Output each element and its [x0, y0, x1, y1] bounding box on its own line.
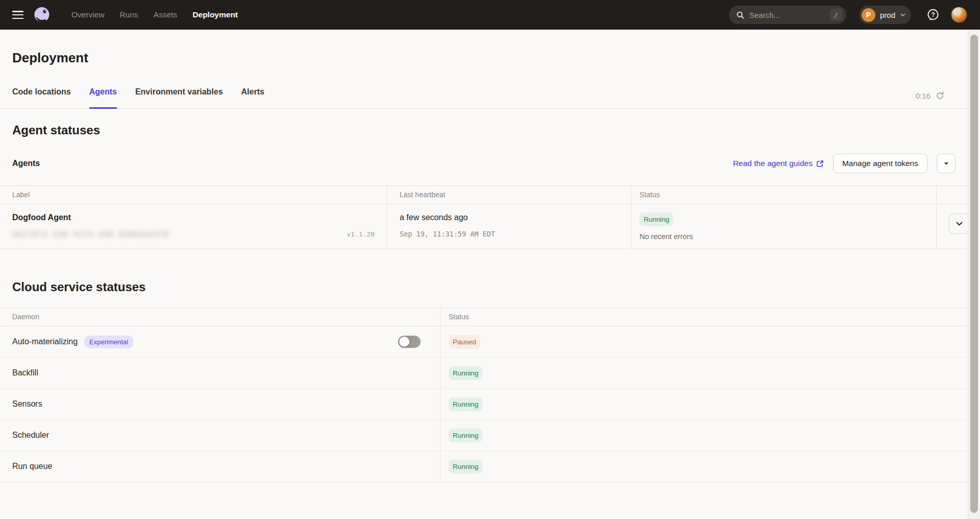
service-row-scheduler: Scheduler Running: [0, 420, 968, 451]
manage-agent-tokens-button[interactable]: Manage agent tokens: [833, 154, 927, 173]
daemon-cell: Auto-materializing Experimental: [0, 326, 440, 357]
col-last-heartbeat: Last heartbeat: [387, 186, 631, 204]
tab-code-locations[interactable]: Code locations: [12, 87, 71, 108]
refresh-status: 0:16: [916, 91, 944, 100]
status-badge-running: Running: [449, 366, 482, 380]
search-shortcut-key: /: [830, 9, 842, 21]
refresh-icon[interactable]: [936, 91, 944, 100]
tab-alerts[interactable]: Alerts: [241, 87, 264, 108]
service-row-backfill: Backfill Running: [0, 358, 968, 389]
chevron-down-icon: [900, 12, 906, 18]
daemon-name: Scheduler: [12, 431, 49, 440]
deployment-badge: P: [862, 8, 875, 22]
agent-name: Dogfood Agent: [12, 213, 375, 223]
nav-assets[interactable]: Assets: [154, 10, 178, 19]
deployment-switcher[interactable]: P prod: [859, 6, 911, 24]
agent-label-cell: Dogfood Agent 3617873 236 4173 a38 5b903…: [0, 204, 387, 249]
vertical-scrollbar[interactable]: [968, 30, 980, 519]
auto-materializing-toggle[interactable]: [398, 336, 421, 348]
external-link-icon: [816, 160, 824, 168]
agent-status-cell: Running No recent errors: [631, 204, 936, 249]
service-row-sensors: Sensors Running: [0, 389, 968, 420]
expand-row-button[interactable]: [949, 214, 969, 234]
tab-agents[interactable]: Agents: [89, 87, 117, 108]
status-badge-running: Running: [449, 460, 482, 474]
menu-icon[interactable]: [12, 11, 23, 19]
heartbeat-timestamp: Sep 19, 11:31:59 AM EDT: [400, 230, 619, 238]
heartbeat-relative: a few seconds ago: [400, 213, 619, 223]
page-title: Deployment: [0, 30, 968, 65]
experimental-badge: Experimental: [84, 336, 133, 348]
col-label: Label: [0, 186, 387, 204]
status-badge: Running: [640, 213, 673, 226]
agent-errors-text: No recent errors: [640, 232, 924, 241]
nav-overview[interactable]: Overview: [71, 10, 105, 19]
status-badge-running: Running: [449, 429, 482, 442]
agent-heartbeat-cell: a few seconds ago Sep 19, 11:31:59 AM ED…: [387, 204, 631, 249]
dagster-logo-icon[interactable]: [33, 6, 51, 24]
agents-table-header: Label Last heartbeat Status: [0, 186, 968, 204]
nav-runs[interactable]: Runs: [120, 10, 138, 19]
col-actions: [936, 186, 968, 204]
services-table: Daemon Status Auto-materializing Experim…: [0, 308, 968, 482]
deployment-switcher-label: prod: [880, 11, 895, 19]
topbar: Overview Runs Assets Deployment Search..…: [0, 0, 980, 30]
daemon-name: Sensors: [12, 399, 42, 409]
agents-toolbar: Agents Read the agent guides Manage agen…: [0, 154, 968, 173]
main-content: Deployment Code locations Agents Environ…: [0, 30, 968, 482]
agents-subheading: Agents: [12, 159, 40, 168]
agent-guides-link-label: Read the agent guides: [733, 159, 813, 168]
col-status: Status: [631, 186, 936, 204]
search-placeholder: Search...: [749, 11, 825, 19]
agent-row: Dogfood Agent 3617873 236 4173 a38 5b903…: [0, 204, 968, 249]
service-status-cell: Paused: [440, 326, 968, 357]
agent-id-redacted: 3617873 236 4173 a38 5b903a2378: [12, 230, 340, 238]
agents-table: Label Last heartbeat Status Dogfood Agen…: [0, 185, 968, 249]
search-input[interactable]: Search... /: [729, 6, 846, 24]
col-service-status: Status: [440, 308, 968, 326]
daemon-name: Auto-materializing: [12, 337, 78, 346]
status-badge-paused: Paused: [449, 335, 480, 349]
service-row-auto-materializing: Auto-materializing Experimental Paused: [0, 326, 968, 358]
agent-guides-link[interactable]: Read the agent guides: [733, 159, 824, 168]
scrollbar-thumb[interactable]: [970, 35, 978, 513]
status-badge-running: Running: [449, 397, 482, 411]
tab-environment-variables[interactable]: Environment variables: [135, 87, 223, 108]
cloud-service-statuses-heading: Cloud service statuses: [0, 249, 968, 294]
nav-deployment[interactable]: Deployment: [192, 10, 238, 19]
refresh-timer: 0:16: [916, 91, 930, 100]
daemon-name: Run queue: [12, 462, 52, 471]
service-row-run-queue: Run queue Running: [0, 451, 968, 482]
services-table-header: Daemon Status: [0, 308, 968, 326]
svg-text:?: ?: [931, 11, 935, 18]
agent-version: v1.1.20: [347, 230, 375, 238]
top-navigation: Overview Runs Assets Deployment: [71, 10, 238, 19]
agent-statuses-heading: Agent statuses: [0, 109, 968, 137]
user-avatar[interactable]: [951, 7, 967, 23]
search-icon: [736, 11, 745, 19]
tab-bar: Code locations Agents Environment variab…: [0, 87, 968, 109]
help-icon[interactable]: ?: [926, 8, 940, 22]
col-daemon: Daemon: [0, 308, 440, 326]
daemon-name: Backfill: [12, 368, 38, 378]
agent-actions-dropdown-button[interactable]: [937, 154, 955, 173]
